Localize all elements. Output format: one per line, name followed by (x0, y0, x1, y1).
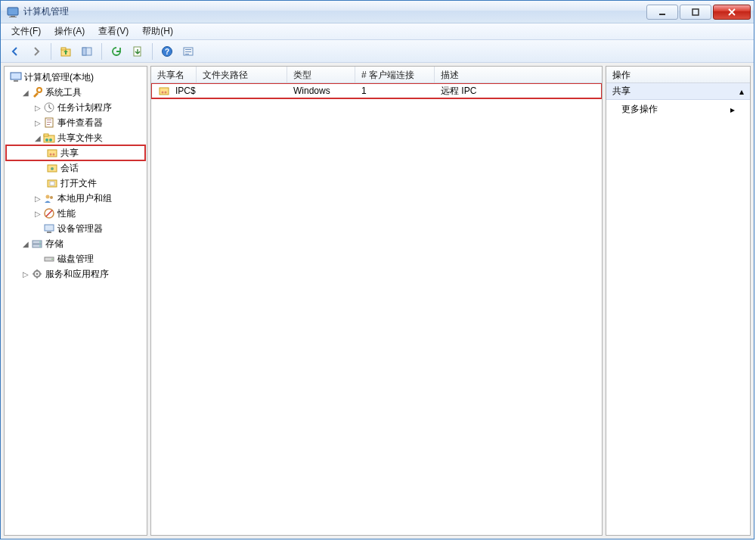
collapse-triangle-icon: ▴ (739, 86, 744, 97)
back-button[interactable] (5, 42, 25, 61)
svg-rect-4 (692, 9, 699, 15)
col-folder-path[interactable]: 文件夹路径 (197, 67, 287, 82)
svg-rect-8 (82, 48, 86, 55)
col-client-conn[interactable]: # 客户端连接 (355, 67, 435, 82)
tree-event-viewer[interactable]: ▷ 事件查看器 (6, 115, 145, 130)
tree-system-tools[interactable]: ◢ 系统工具 (6, 85, 145, 100)
svg-point-27 (49, 138, 52, 141)
tree-root[interactable]: 计算机管理(本地) (6, 70, 145, 85)
services-icon (31, 268, 43, 280)
list-header: 共享名 文件夹路径 类型 # 客户端连接 描述 (151, 67, 602, 83)
svg-rect-28 (48, 150, 57, 157)
menu-action[interactable]: 操作(A) (48, 23, 91, 39)
svg-rect-34 (50, 182, 54, 185)
svg-point-50 (165, 92, 167, 94)
storage-icon (31, 238, 43, 250)
close-button[interactable] (713, 5, 751, 20)
menu-view[interactable]: 查看(V) (92, 23, 135, 39)
toolbar-separator (101, 43, 102, 60)
actions-section-shares[interactable]: 共享 ▴ (606, 83, 750, 100)
svg-point-42 (39, 241, 41, 243)
show-hide-tree-button[interactable] (77, 42, 97, 61)
sessions-icon (46, 162, 58, 174)
col-description[interactable]: 描述 (435, 67, 602, 82)
toolbar: ? (1, 40, 754, 63)
tree-label: 计算机管理(本地) (24, 71, 94, 84)
svg-rect-6 (61, 48, 66, 50)
collapse-icon[interactable]: ◢ (33, 134, 42, 142)
device-icon (43, 222, 55, 235)
tree-panel: 计算机管理(本地) ◢ 系统工具 ▷ 任务计划程序 ▷ 事件查看器 (4, 66, 147, 536)
list-panel: 共享名 文件夹路径 类型 # 客户端连接 描述 IPC$ Windows 1 远… (150, 66, 603, 536)
tree-shares[interactable]: 共享 (6, 145, 145, 160)
tree-label: 本地用户和组 (57, 192, 112, 205)
menu-help[interactable]: 帮助(H) (136, 23, 179, 39)
svg-rect-3 (659, 14, 665, 15)
tree-task-scheduler[interactable]: ▷ 任务计划程序 (6, 100, 145, 115)
cell-client-conn: 1 (361, 86, 367, 96)
tree-label: 设备管理器 (57, 222, 103, 235)
svg-rect-21 (47, 120, 51, 120)
svg-point-30 (53, 154, 55, 156)
expand-icon[interactable]: ▷ (33, 194, 42, 203)
minimize-button[interactable] (646, 5, 678, 20)
tree-local-users[interactable]: ▷ 本地用户和组 (6, 191, 145, 206)
submenu-arrow-icon: ▸ (730, 104, 735, 115)
tree-disk-management[interactable]: 磁盘管理 (6, 251, 145, 266)
svg-rect-16 (11, 73, 21, 79)
expand-icon[interactable]: ▷ (21, 270, 30, 278)
tree-label: 磁盘管理 (57, 253, 94, 266)
svg-point-35 (46, 195, 50, 199)
svg-point-45 (51, 259, 53, 260)
open-files-icon (46, 177, 58, 189)
svg-rect-23 (47, 124, 50, 125)
toolbar-separator (152, 43, 153, 60)
export-button[interactable] (128, 42, 147, 61)
menu-file[interactable]: 文件(F) (5, 23, 47, 39)
tree-label: 性能 (57, 207, 76, 220)
svg-rect-25 (44, 134, 48, 136)
svg-point-32 (51, 167, 54, 170)
section-label: 共享 (612, 85, 631, 98)
cell-share-name: IPC$ (175, 86, 196, 96)
col-share-name[interactable]: 共享名 (151, 67, 197, 82)
svg-rect-17 (14, 80, 18, 82)
svg-point-26 (45, 138, 48, 141)
list-row[interactable]: IPC$ Windows 1 远程 IPC (151, 83, 602, 98)
navigation-tree[interactable]: 计算机管理(本地) ◢ 系统工具 ▷ 任务计划程序 ▷ 事件查看器 (5, 67, 147, 535)
tree-device-manager[interactable]: 设备管理器 (6, 221, 145, 236)
refresh-button[interactable] (107, 42, 126, 61)
help-button[interactable]: ? (157, 42, 177, 61)
computer-icon (10, 71, 22, 83)
expand-icon[interactable]: ▷ (33, 119, 42, 127)
col-type[interactable]: 类型 (287, 67, 355, 82)
expand-icon[interactable]: ▷ (33, 210, 42, 218)
tree-shared-folders[interactable]: ◢ 共享文件夹 (6, 130, 145, 145)
cell-description: 远程 IPC (441, 85, 476, 98)
maximize-button[interactable] (680, 5, 711, 20)
tree-label: 共享文件夹 (57, 132, 103, 145)
expand-icon[interactable]: ▷ (33, 104, 42, 112)
tree-label: 打开文件 (60, 177, 97, 190)
performance-icon (43, 207, 55, 219)
properties-button[interactable] (178, 42, 198, 61)
svg-point-49 (162, 92, 164, 94)
share-icon (158, 85, 170, 97)
tree-storage[interactable]: ◢ 存储 (6, 236, 145, 251)
svg-rect-2 (9, 17, 17, 17)
tree-open-files[interactable]: 打开文件 (6, 176, 145, 191)
tree-services-apps[interactable]: ▷ 服务和应用程序 (6, 266, 145, 281)
tree-label: 任务计划程序 (57, 101, 112, 114)
titlebar[interactable]: 计算机管理 (1, 1, 754, 23)
tree-performance[interactable]: ▷ 性能 (6, 206, 145, 221)
tree-sessions[interactable]: 会话 (6, 160, 145, 176)
window-title: 计算机管理 (23, 5, 69, 18)
collapse-icon[interactable]: ◢ (21, 89, 30, 97)
action-more[interactable]: 更多操作 ▸ (606, 100, 750, 119)
svg-text:?: ? (165, 48, 169, 56)
tree-label: 会话 (60, 162, 79, 175)
forward-button[interactable] (26, 42, 46, 61)
up-button[interactable] (56, 42, 76, 61)
list-body[interactable]: IPC$ Windows 1 远程 IPC (151, 83, 602, 535)
collapse-icon[interactable]: ◢ (21, 240, 30, 248)
